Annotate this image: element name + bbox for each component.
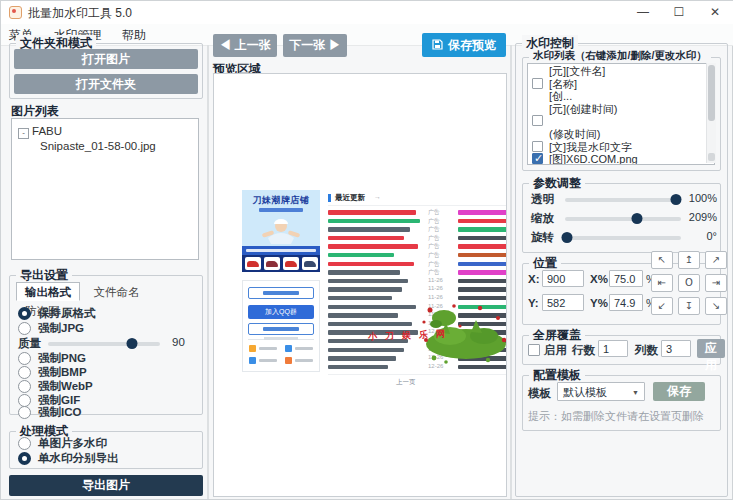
template-selected-value: 默认模板: [563, 386, 607, 398]
tab-output-format[interactable]: 输出格式: [16, 282, 80, 301]
position-grid-button[interactable]: ↘: [705, 297, 727, 315]
outline-button-2[interactable]: [248, 323, 314, 335]
card-icon: [249, 345, 256, 352]
link-row[interactable]: 11-26 12-26: [328, 286, 506, 295]
watermark-checkbox[interactable]: [532, 78, 543, 89]
opacity-slider[interactable]: [565, 198, 681, 202]
watermark-list-item[interactable]: [名称]: [528, 77, 714, 90]
position-grid-button[interactable]: ↖: [651, 251, 673, 269]
x-label: X:: [528, 273, 540, 285]
watermark-list-item[interactable]: [元](创建时间): [528, 102, 714, 115]
card-icon: [285, 345, 292, 352]
radio-force-webp[interactable]: [18, 380, 31, 393]
more-arrow-icon[interactable]: →: [374, 193, 381, 200]
radio-separate-export-label: 单水印分别导出: [38, 451, 119, 466]
link-row[interactable]: 广告 广告: [328, 269, 506, 278]
position-grid-button[interactable]: ↗: [705, 251, 727, 269]
scale-slider[interactable]: [565, 217, 681, 221]
watermark-list-scrollbar[interactable]: [706, 63, 716, 163]
radio-force-jpg-label: 强制JPG: [38, 321, 84, 336]
template-select[interactable]: 默认模板▼: [557, 382, 645, 401]
watermark-checkbox[interactable]: [532, 115, 543, 126]
card-icon-item[interactable]: [249, 357, 281, 365]
scrollbar-thumb[interactable]: [708, 65, 715, 121]
watermark-list-box[interactable]: [元][文件名] [名称] [创... [元](创建时间): [527, 63, 715, 165]
quality-slider[interactable]: [48, 342, 160, 346]
x-input[interactable]: 900: [542, 270, 584, 287]
y-input[interactable]: 582: [542, 294, 584, 311]
rotate-knob[interactable]: [562, 232, 573, 243]
prev-image-button[interactable]: ◀ 上一张: [213, 34, 277, 57]
position-grid-button[interactable]: O: [678, 274, 700, 292]
watermark-checkbox[interactable]: [532, 141, 543, 152]
coverage-rows-input[interactable]: 1: [598, 340, 628, 357]
template-save-button[interactable]: 保存: [653, 382, 705, 401]
tree-root-folder[interactable]: FABU: [32, 125, 62, 137]
card-icon-item[interactable]: [285, 345, 317, 353]
save-preview-button[interactable]: 保存预览: [422, 33, 506, 57]
export-images-button[interactable]: 导出图片: [9, 475, 203, 496]
link-row[interactable]: 广告 广告: [328, 252, 506, 261]
quality-slider-knob[interactable]: [127, 338, 138, 349]
radio-force-ico[interactable]: [18, 406, 31, 419]
save-icon: [432, 39, 443, 50]
link-row[interactable]: 广告 广告: [328, 243, 506, 252]
watermark-list-item[interactable]: [元][文件名]: [528, 64, 714, 77]
radio-force-jpg[interactable]: [18, 322, 31, 335]
watermark-list-item[interactable]: [创...: [528, 89, 714, 102]
position-grid-button[interactable]: ↙: [651, 297, 673, 315]
link-row[interactable]: 广告 广告: [328, 218, 506, 227]
position-grid-button[interactable]: ⇤: [651, 274, 673, 292]
banner-tagline: [242, 246, 320, 255]
watermark-checkbox[interactable]: [532, 153, 543, 164]
outline-button-1[interactable]: [248, 287, 314, 299]
pagination-row: 上一页 下一页: [328, 374, 506, 386]
x-percent-input[interactable]: 75.0: [609, 270, 643, 287]
scale-label: 缩放: [531, 211, 554, 226]
image-list-box[interactable]: - FABU Snipaste_01-58-00.jpg: [11, 118, 199, 260]
tree-file-item[interactable]: Snipaste_01-58-00.jpg: [40, 140, 156, 152]
minimize-button[interactable]: —: [628, 3, 658, 22]
card-icon-item[interactable]: [249, 345, 281, 353]
link-row[interactable]: 11-26 12-26: [328, 278, 506, 287]
title-bar: 批量加水印工具 5.0 — ☐ ✕: [1, 1, 733, 25]
pagination-prev[interactable]: 上一页: [396, 378, 416, 386]
watermark-list-item[interactable]: [528, 114, 714, 127]
radio-multi-watermark[interactable]: [18, 437, 31, 450]
link-row[interactable]: 广告 广告: [328, 235, 506, 244]
splitter-right[interactable]: [510, 45, 512, 499]
coverage-apply-button[interactable]: 应用: [697, 339, 725, 358]
window-title: 批量加水印工具 5.0: [28, 5, 132, 22]
header-accent-bar: [328, 194, 331, 202]
position-grid-button[interactable]: ↥: [678, 251, 700, 269]
radio-force-bmp[interactable]: [18, 366, 31, 379]
scale-knob[interactable]: [631, 213, 642, 224]
radio-separate-export[interactable]: [18, 452, 31, 465]
coverage-enable-checkbox[interactable]: [528, 344, 540, 356]
radio-force-png[interactable]: [18, 352, 31, 365]
open-image-button[interactable]: 打开图片: [14, 49, 198, 69]
watermark-list-item[interactable]: (修改时间): [528, 127, 714, 140]
tree-expand-icon[interactable]: -: [18, 128, 29, 139]
watermark-list-item[interactable]: [图]X6D.COM.png: [528, 152, 714, 165]
splitter-left[interactable]: [207, 45, 209, 499]
watermark-list-item[interactable]: [文]我是水印文字: [528, 140, 714, 153]
link-row[interactable]: 广告 广告: [328, 226, 506, 235]
tab-file-naming[interactable]: 文件命名: [84, 282, 148, 301]
link-row[interactable]: 广告 广告: [328, 261, 506, 270]
next-image-button[interactable]: 下一张 ▶: [283, 34, 347, 57]
close-button[interactable]: ✕: [700, 3, 730, 22]
preview-canvas[interactable]: 刀妹潮牌店铺 加入QQ群: [213, 73, 507, 497]
y-percent-input[interactable]: 74.9: [609, 294, 643, 311]
open-folder-button[interactable]: 打开文件夹: [14, 74, 198, 94]
maximize-button[interactable]: ☐: [664, 3, 694, 22]
join-qq-button[interactable]: 加入QQ群: [248, 305, 314, 319]
rotate-slider[interactable]: [565, 236, 681, 240]
radio-keep-format[interactable]: [18, 307, 31, 320]
coverage-cols-input[interactable]: 3: [661, 340, 691, 357]
card-icon-item[interactable]: [285, 357, 317, 365]
position-grid-button[interactable]: ⇥: [705, 274, 727, 292]
radio-force-ico-label: 强制ICO: [38, 405, 81, 420]
link-row[interactable]: 广告 广告: [328, 209, 506, 218]
position-grid-button[interactable]: ↧: [678, 297, 700, 315]
